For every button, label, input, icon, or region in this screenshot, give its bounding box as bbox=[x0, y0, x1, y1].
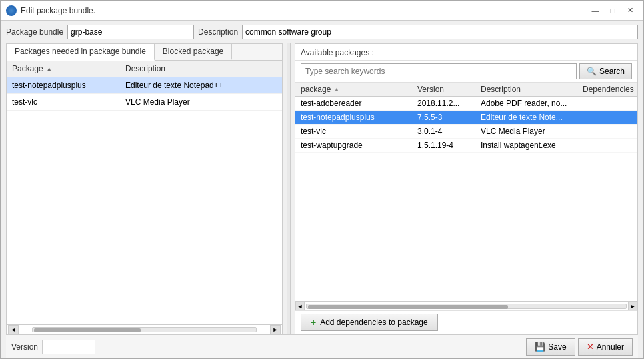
close-button[interactable]: ✕ bbox=[622, 4, 638, 17]
search-button[interactable]: 🔍 Search bbox=[579, 63, 632, 79]
title-bar: Edit package bundle. — □ ✕ bbox=[1, 1, 643, 21]
rcol-header-package: package ▲ bbox=[295, 83, 412, 96]
version-row: Version bbox=[11, 340, 95, 354]
search-icon: 🔍 bbox=[587, 67, 597, 76]
version-label: Version bbox=[11, 342, 38, 352]
package-bundle-row: Package bundle Description bbox=[6, 25, 638, 39]
minimize-button[interactable]: — bbox=[587, 4, 603, 17]
table-row[interactable]: test-vlc 3.0.1-4 VLC Media Player bbox=[295, 125, 637, 139]
desc-cell: VLC Media Player bbox=[120, 96, 282, 108]
scrollbar-track bbox=[32, 327, 257, 332]
add-dependencies-button[interactable]: + Add dependencies to package bbox=[301, 314, 438, 331]
tab-blocked-package[interactable]: Blocked package bbox=[155, 44, 232, 60]
desc-cell: Editeur de texte Notepad++ bbox=[120, 79, 282, 91]
cancel-btn-label: Annuler bbox=[597, 342, 624, 352]
save-button[interactable]: 💾 Save bbox=[526, 338, 575, 356]
left-scrollbar[interactable]: ◄ ► bbox=[7, 324, 282, 334]
scroll-left-btn[interactable]: ◄ bbox=[295, 302, 305, 311]
left-table-body: test-notepadplusplus Editeur de texte No… bbox=[7, 77, 282, 111]
version-input[interactable] bbox=[42, 340, 95, 354]
package-bundle-label: Package bundle bbox=[6, 27, 63, 37]
table-row[interactable]: test-waptupgrade 1.5.1.19-4 Install wapt… bbox=[295, 139, 637, 153]
app-icon bbox=[6, 5, 17, 16]
available-packages-header: Available packages : bbox=[295, 44, 637, 61]
add-btn-row: + Add dependencies to package bbox=[295, 310, 637, 334]
pkg-cell: test-vlc bbox=[7, 96, 120, 108]
right-table: package ▲ Version Description Dependenci… bbox=[295, 83, 637, 310]
scrollbar-thumb[interactable] bbox=[34, 328, 141, 332]
left-table: Package ▲ Description test-notepadpluspl… bbox=[7, 61, 282, 324]
search-btn-label: Search bbox=[599, 67, 625, 76]
action-buttons: 💾 Save ✕ Annuler bbox=[526, 338, 633, 356]
main-content: Package bundle Description Packages need… bbox=[1, 21, 643, 358]
table-row[interactable]: test-notepadplusplus Editeur de texte No… bbox=[7, 77, 282, 94]
search-input[interactable] bbox=[301, 63, 577, 79]
window-title: Edit package bundle. bbox=[21, 6, 95, 15]
pkg-cell: test-notepadplusplus bbox=[7, 79, 120, 91]
right-table-header: package ▲ Version Description Dependenci… bbox=[295, 83, 637, 97]
col-header-description: Description bbox=[120, 63, 282, 75]
h-scrollbar-track bbox=[306, 304, 627, 309]
main-window: Edit package bundle. — □ ✕ Package bundl… bbox=[0, 0, 644, 359]
panels-row: Packages needed in package bundle Blocke… bbox=[6, 43, 638, 334]
scroll-right-btn[interactable]: ► bbox=[628, 302, 637, 311]
add-btn-label: Add dependencies to package bbox=[320, 318, 427, 327]
scroll-right-arrow[interactable]: ► bbox=[270, 325, 281, 334]
panel-divider[interactable] bbox=[287, 43, 291, 334]
scroll-left-arrow[interactable]: ◄ bbox=[8, 325, 19, 334]
bundle-name-input[interactable] bbox=[67, 25, 194, 39]
left-panel-tabs: Packages needed in package bundle Blocke… bbox=[7, 44, 282, 61]
rcol-header-dependencies: Dependencies bbox=[577, 83, 637, 96]
sort-icon: ▲ bbox=[46, 65, 53, 73]
maximize-button[interactable]: □ bbox=[605, 4, 621, 17]
left-panel: Packages needed in package bundle Blocke… bbox=[6, 43, 283, 334]
right-scrollbar[interactable]: ◄ ► bbox=[295, 301, 637, 310]
h-scrollbar-thumb[interactable] bbox=[308, 305, 508, 309]
left-table-header: Package ▲ Description bbox=[7, 61, 282, 77]
table-row[interactable]: test-adobereader 2018.11.2... Adobe PDF … bbox=[295, 97, 637, 111]
table-row[interactable]: test-notepadplusplus 7.5.5-3 Editeur de … bbox=[295, 111, 637, 125]
window-controls: — □ ✕ bbox=[587, 4, 638, 17]
cancel-button[interactable]: ✕ Annuler bbox=[578, 338, 633, 356]
title-bar-left: Edit package bundle. bbox=[6, 5, 95, 16]
sort-icon: ▲ bbox=[333, 86, 339, 93]
cancel-icon: ✕ bbox=[587, 342, 594, 352]
right-table-body: test-adobereader 2018.11.2... Adobe PDF … bbox=[295, 97, 637, 301]
rcol-header-version: Version bbox=[412, 83, 475, 96]
bundle-description-input[interactable] bbox=[242, 25, 638, 39]
right-panel: Available packages : 🔍 Search package ▲ bbox=[295, 43, 638, 334]
col-header-package: Package ▲ bbox=[7, 63, 120, 75]
save-icon: 💾 bbox=[535, 342, 545, 352]
table-row[interactable]: test-vlc VLC Media Player bbox=[7, 94, 282, 111]
search-row: 🔍 Search bbox=[295, 61, 637, 83]
rcol-header-description: Description bbox=[475, 83, 577, 96]
tab-packages-needed[interactable]: Packages needed in package bundle bbox=[7, 44, 155, 61]
add-icon: + bbox=[311, 317, 316, 328]
save-btn-label: Save bbox=[548, 342, 566, 352]
description-label: Description bbox=[198, 27, 238, 37]
bottom-bar: Version 💾 Save ✕ Annuler bbox=[6, 334, 638, 358]
